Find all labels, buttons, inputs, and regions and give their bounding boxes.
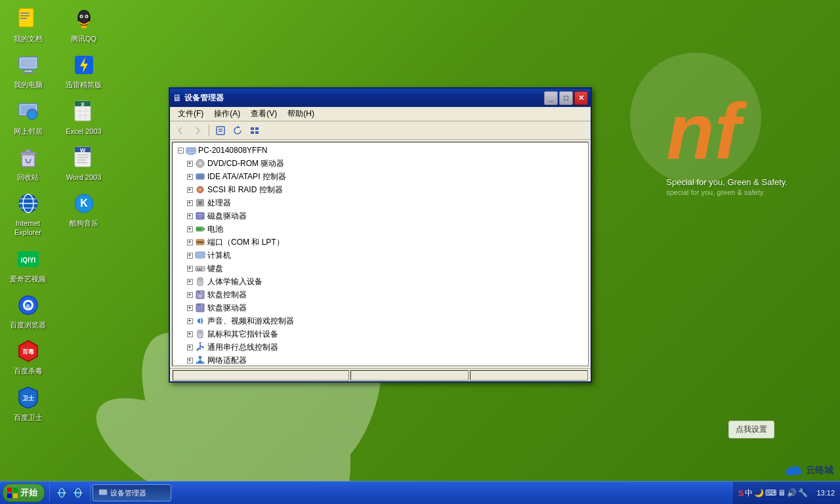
- tree-item-0[interactable]: + DVD/CD-ROM 驱动器: [174, 157, 587, 170]
- desktop-icon-word[interactable]: W Word 2003: [59, 142, 108, 184]
- tree-item-9[interactable]: + 人体学输入设备: [174, 275, 587, 288]
- tree-icon-dvd: [195, 158, 205, 169]
- maximize-button[interactable]: □: [559, 91, 573, 105]
- desktop-icon-baidu-guard[interactable]: 卫士 百度卫士: [3, 382, 52, 425]
- tree-children: + DVD/CD-ROM 驱动器 + IDE ATA/ATAPI 控制器 + S…: [174, 157, 587, 366]
- quick-ie-icon[interactable]: [55, 486, 68, 499]
- settings-button[interactable]: 点我设置: [728, 421, 774, 438]
- desktop-icon-excel[interactable]: X Excel 2003: [59, 96, 108, 138]
- tree-item-5[interactable]: + 电池: [174, 222, 587, 236]
- tree-item-15[interactable]: + 网络适配器: [174, 354, 587, 366]
- taskbar-window-item[interactable]: 设备管理器: [93, 484, 171, 501]
- desktop-icon-qq[interactable]: 腾讯QQ: [59, 3, 108, 46]
- tree-item-13[interactable]: + 鼠标和其它指针设备: [174, 327, 587, 341]
- tree-expand-13[interactable]: +: [184, 329, 195, 339]
- tree-icon-sound: [195, 316, 205, 326]
- tree-expand-4[interactable]: +: [184, 211, 195, 221]
- desktop-icon-mycomputer[interactable]: 我的电脑: [3, 49, 52, 92]
- cloud-brand-icon: [784, 463, 803, 478]
- taskbar-sep-1: [49, 484, 50, 502]
- desktop-icon-baidu-av[interactable]: 百毒 百度杀毒: [3, 335, 52, 378]
- tree-item-12[interactable]: + 声音、视频和游戏控制器: [174, 314, 587, 327]
- tree-label-3: 处理器: [207, 198, 231, 209]
- svg-text:W: W: [79, 147, 85, 154]
- tree-item-6[interactable]: + 端口（COM 和 LPT）: [174, 236, 587, 249]
- device-tree[interactable]: − PC-20140808YFFN + DVD/CD-ROM 驱动器 +: [172, 142, 589, 366]
- minimize-button[interactable]: _: [544, 91, 558, 105]
- tree-expand-box-root[interactable]: −: [178, 148, 184, 154]
- iqiyi-label: 爱奇艺视频: [10, 274, 46, 284]
- tree-expand-1[interactable]: +: [184, 171, 195, 182]
- menu-view[interactable]: 查看(V): [245, 107, 282, 121]
- network-label: 网上邻居: [14, 127, 43, 136]
- tree-root-label: PC-20140808YFFN: [198, 146, 267, 155]
- tree-label-5: 电池: [207, 224, 223, 235]
- desktop-icon-ie[interactable]: Internet Explorer: [3, 188, 52, 240]
- menu-file[interactable]: 文件(F): [173, 107, 209, 121]
- tree-item-2[interactable]: + SCSI 和 RAID 控制器: [174, 183, 587, 196]
- tree-item-7[interactable]: + 计算机: [174, 249, 587, 262]
- svg-point-112: [198, 294, 202, 298]
- svg-point-17: [85, 16, 87, 17]
- svg-rect-115: [201, 304, 202, 306]
- tree-expand-8[interactable]: +: [184, 263, 195, 274]
- desktop-icon-documents[interactable]: 我的文档: [3, 3, 52, 46]
- tree-expand-5[interactable]: +: [184, 224, 195, 234]
- menu-action[interactable]: 操作(A): [209, 107, 245, 121]
- desktop-icon-network[interactable]: 🌐 网上邻居: [3, 96, 52, 138]
- tree-root-item[interactable]: − PC-20140808YFFN: [174, 144, 587, 157]
- tree-expand-10[interactable]: +: [184, 289, 195, 300]
- tree-item-14[interactable]: + 通用串行总线控制器: [174, 341, 587, 354]
- desktop-icon-kugou[interactable]: K 酷狗音乐: [59, 188, 108, 240]
- tree-item-3[interactable]: + 处理器: [174, 196, 587, 209]
- tree-expand-root[interactable]: −: [175, 145, 186, 156]
- tray-moon-icon[interactable]: 🌙: [754, 488, 764, 497]
- tree-item-4[interactable]: + 磁盘驱动器: [174, 209, 587, 222]
- quick-ie2-icon[interactable]: [72, 486, 85, 499]
- tree-label-1: IDE ATA/ATAPI 控制器: [207, 171, 286, 182]
- start-button[interactable]: 开始: [3, 484, 45, 502]
- tray-keyboard-icon[interactable]: ⌨: [765, 488, 776, 497]
- tree-item-11[interactable]: + 软盘驱动器: [174, 301, 587, 314]
- desktop-icon-baidu-browser[interactable]: B 百度浏览器: [3, 289, 52, 332]
- desktop-icon-iqiyi[interactable]: iQIYI 爱奇艺视频: [3, 243, 52, 286]
- tray-tool-icon[interactable]: 🔧: [798, 488, 808, 497]
- tree-icon-scsi: [195, 184, 205, 195]
- svg-rect-105: [197, 270, 202, 271]
- back-button[interactable]: [173, 123, 188, 138]
- taskbar-sep-2: [90, 484, 91, 502]
- tree-icon-computer: [195, 250, 205, 261]
- tray-sogou-icon[interactable]: S: [738, 488, 744, 498]
- tree-expand-9[interactable]: +: [184, 276, 195, 287]
- svg-rect-145: [7, 494, 12, 498]
- tray-chinese-icon[interactable]: 中: [745, 488, 753, 499]
- tree-expand-12[interactable]: +: [184, 316, 195, 326]
- tree-item-10[interactable]: + 软盘控制器: [174, 288, 587, 301]
- tree-expand-2[interactable]: +: [184, 184, 195, 195]
- menu-help[interactable]: 帮助(H): [282, 107, 320, 121]
- close-button[interactable]: ✕: [574, 91, 588, 105]
- tree-expand-3[interactable]: +: [184, 198, 195, 208]
- tree-expand-6[interactable]: +: [184, 237, 195, 247]
- tray-audio-icon[interactable]: 🔊: [787, 488, 797, 497]
- forward-button[interactable]: [190, 123, 205, 138]
- tree-expand-11[interactable]: +: [184, 303, 195, 313]
- svg-rect-45: [77, 162, 87, 163]
- baidu-browser-icon: B: [15, 292, 41, 318]
- svg-marker-116: [198, 318, 200, 324]
- tray-network-icon[interactable]: 🖥: [778, 488, 786, 497]
- tree-expand-14[interactable]: +: [184, 342, 195, 352]
- tree-expand-0[interactable]: +: [184, 158, 195, 169]
- tree-item-1[interactable]: + IDE ATA/ATAPI 控制器: [174, 170, 587, 183]
- desktop-icon-thunder[interactable]: 迅雷精简版: [59, 49, 108, 92]
- properties-button[interactable]: [213, 123, 228, 138]
- tree-expand-15[interactable]: +: [184, 355, 195, 366]
- svg-rect-62: [217, 127, 224, 135]
- refresh-button[interactable]: [230, 123, 245, 138]
- desktop-icon-recycle[interactable]: 回收站: [3, 142, 52, 184]
- tree-expand-7[interactable]: +: [184, 250, 195, 261]
- view-button[interactable]: [247, 123, 262, 138]
- svg-rect-42: [77, 154, 89, 156]
- svg-rect-144: [13, 488, 18, 492]
- tree-item-8[interactable]: + 键盘: [174, 262, 587, 275]
